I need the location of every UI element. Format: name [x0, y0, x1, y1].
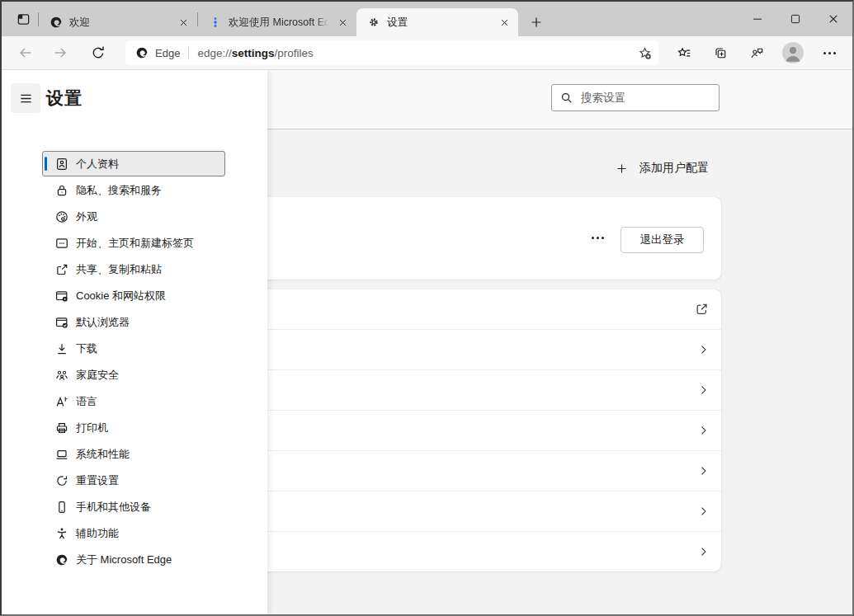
refresh-button[interactable]	[87, 42, 109, 63]
sidebar-item-startpage[interactable]: 开始、主页和新建标签页	[42, 230, 225, 256]
chevron-right-icon	[698, 547, 709, 557]
settings-row[interactable]	[200, 329, 721, 369]
settings-row[interactable]	[200, 450, 721, 491]
close-tab-icon[interactable]	[335, 15, 350, 30]
toolbar-actions	[673, 42, 840, 63]
sidebar-item-profiles[interactable]: 个人资料	[42, 151, 225, 176]
settings-page: 添加用户配置 退出登录	[2, 70, 852, 614]
edge-logo-icon	[135, 46, 149, 59]
more-options-button[interactable]	[588, 233, 607, 242]
startpage-icon	[55, 237, 68, 250]
minimize-button[interactable]	[738, 2, 776, 36]
settings-row-sync[interactable]	[200, 289, 721, 329]
share-icon	[55, 263, 68, 276]
hamburger-icon	[19, 92, 33, 106]
search-input[interactable]	[581, 92, 727, 104]
sidebar-item-share-copy-paste[interactable]: 共享、复制和粘贴	[42, 256, 225, 282]
sidebar-header: 设置	[11, 83, 83, 113]
search-icon	[560, 92, 573, 104]
sidebar-item-cookies[interactable]: Cookie 和网站权限	[42, 283, 225, 308]
settings-menu-button[interactable]	[819, 42, 840, 63]
close-tab-icon[interactable]	[176, 15, 191, 30]
forward-arrow-icon	[52, 45, 68, 61]
sidebar-item-printers[interactable]: 打印机	[42, 415, 225, 440]
avatar-icon	[782, 42, 804, 63]
sidebar-item-reset[interactable]: 重置设置	[42, 468, 225, 493]
tab-title: 欢迎	[69, 16, 169, 30]
settings-row[interactable]	[200, 369, 721, 410]
blue-dots-icon	[209, 16, 222, 29]
settings-row[interactable]	[200, 491, 721, 531]
tab-settings[interactable]: 设置	[356, 8, 518, 36]
add-profile-button[interactable]: 添加用户配置	[616, 161, 709, 176]
refresh-icon	[90, 45, 106, 61]
new-tab-button[interactable]	[526, 12, 547, 33]
sign-out-button[interactable]: 退出登录	[620, 227, 704, 253]
edge-logo-icon	[55, 553, 68, 567]
printer-icon	[55, 421, 68, 435]
close-window-button[interactable]	[814, 2, 852, 36]
close-tab-icon[interactable]	[497, 15, 512, 30]
close-icon	[827, 12, 840, 26]
maximize-button[interactable]	[776, 2, 814, 36]
settings-row[interactable]	[200, 531, 721, 571]
tab-strip: 欢迎 欢迎使用 Microsoft Edg 设置	[2, 2, 852, 36]
forward-button[interactable]	[50, 42, 71, 63]
url-text: edge://settings/profiles	[197, 47, 630, 59]
settings-row[interactable]	[200, 410, 721, 450]
sidebar-item-phone-devices[interactable]: 手机和其他设备	[42, 494, 225, 520]
sidebar-item-accessibility[interactable]: 辅助功能	[42, 520, 225, 546]
tab-actions-icon	[17, 12, 31, 26]
accessibility-icon	[55, 527, 68, 540]
external-link-icon[interactable]	[695, 303, 709, 317]
settings-nav: 个人资料 隐私、搜索和服务 外观 开始、主页和新建标签页 共享、复制和粘贴	[42, 151, 225, 573]
back-button[interactable]	[15, 42, 36, 63]
chevron-right-icon	[698, 466, 709, 477]
gear-icon	[367, 16, 380, 29]
tab-welcome-microsoft-edge[interactable]: 欢迎使用 Microsoft Edg	[198, 8, 356, 36]
site-badge-label: Edge	[155, 47, 180, 59]
sidebar-item-system[interactable]: 系统和性能	[42, 441, 225, 467]
maximize-icon	[789, 12, 802, 26]
settings-sidebar: 设置 个人资料 隐私、搜索和服务 外观 开始、主页和新	[2, 70, 267, 614]
plus-icon	[616, 162, 628, 175]
profile-badge-icon	[55, 158, 68, 171]
sidebar-item-privacy[interactable]: 隐私、搜索和服务	[42, 177, 225, 203]
minimize-icon	[751, 12, 764, 26]
page-title: 设置	[46, 87, 83, 110]
window-controls	[738, 2, 852, 36]
tab-title: 设置	[387, 16, 490, 30]
star-add-icon	[638, 46, 652, 60]
sidebar-item-family[interactable]: 家庭安全	[42, 362, 225, 388]
person-chat-icon	[750, 46, 764, 60]
sidebar-item-about[interactable]: 关于 Microsoft Edge	[42, 547, 225, 572]
sidebar-item-appearance[interactable]: 外观	[42, 204, 225, 229]
edge-logo-icon	[50, 16, 63, 29]
laptop-icon	[55, 448, 68, 461]
download-icon	[55, 342, 68, 355]
sidebar-item-downloads[interactable]: 下载	[42, 336, 225, 361]
family-icon	[55, 369, 68, 382]
address-bar-divider	[188, 46, 189, 59]
add-favorite-button[interactable]	[630, 40, 658, 65]
collections-button[interactable]	[710, 42, 731, 63]
profile-avatar-button[interactable]	[782, 42, 804, 63]
phone-icon	[55, 501, 68, 514]
profile-settings-card	[200, 289, 721, 571]
feedback-button[interactable]	[746, 42, 767, 63]
cookie-permissions-icon	[55, 289, 68, 303]
language-icon	[55, 395, 68, 408]
lock-icon	[55, 184, 68, 197]
menu-button[interactable]	[11, 83, 40, 113]
address-bar[interactable]: Edge edge://settings/profiles	[125, 40, 658, 65]
settings-search-box[interactable]	[551, 84, 720, 111]
browser-toolbar: Edge edge://settings/profiles	[2, 36, 852, 70]
favorites-button[interactable]	[673, 42, 695, 63]
palette-icon	[55, 210, 68, 223]
tab-welcome[interactable]: 欢迎	[39, 8, 197, 36]
tab-actions-button[interactable]	[11, 7, 35, 31]
browser-check-icon	[55, 316, 68, 329]
add-profile-label: 添加用户配置	[639, 161, 709, 176]
sidebar-item-default-browser[interactable]: 默认浏览器	[42, 309, 225, 335]
sidebar-item-languages[interactable]: 语言	[42, 388, 225, 414]
